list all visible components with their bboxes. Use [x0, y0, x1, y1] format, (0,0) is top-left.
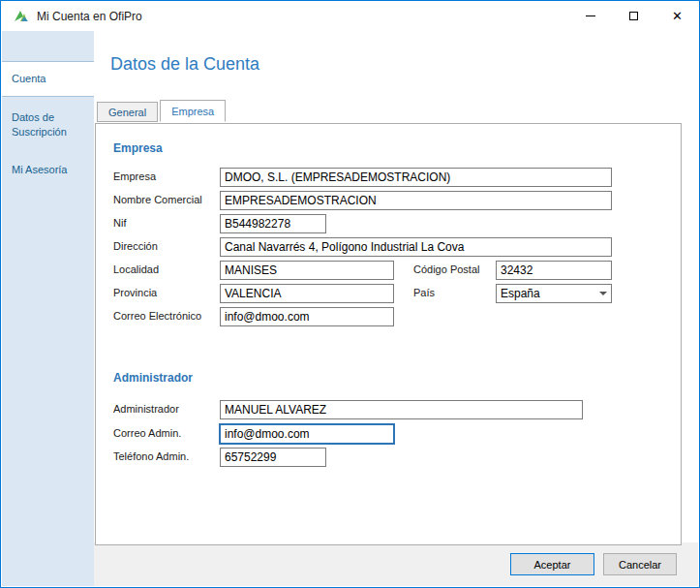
cancel-button[interactable]: Cancelar [603, 553, 677, 575]
sidebar-item-mi-asesoria[interactable]: Mi Asesoría [2, 153, 94, 187]
footer: Aceptar Cancelar [94, 542, 698, 586]
pais-select[interactable]: España [496, 284, 612, 303]
main-area: Datos de la Cuenta General Empresa Empre… [94, 31, 698, 586]
nif-label: Nif [113, 217, 126, 229]
close-button[interactable]: ✕ [655, 1, 699, 31]
sidebar: Cuenta Datos de Suscripción Mi Asesoría [2, 31, 94, 586]
chevron-down-icon [595, 285, 611, 302]
correo-admin-input[interactable] [220, 424, 394, 444]
telefono-admin-input[interactable] [220, 448, 326, 467]
maximize-icon [629, 12, 638, 20]
correo-input[interactable] [220, 307, 394, 326]
accept-button[interactable]: Aceptar [510, 553, 594, 575]
pais-label: País [413, 287, 435, 298]
correo-admin-label: Correo Admin. [113, 427, 181, 439]
tabstrip: General Empresa [97, 102, 226, 122]
localidad-input[interactable] [220, 261, 394, 280]
empresa-label: Empresa [113, 170, 156, 182]
empresa-section-title: Empresa [113, 141, 163, 155]
tab-empresa[interactable]: Empresa [160, 100, 226, 122]
administrador-input[interactable] [220, 400, 583, 419]
administrador-label: Administrador [113, 403, 179, 415]
close-icon: ✕ [672, 10, 683, 22]
maximize-button[interactable] [612, 1, 655, 31]
app-icon [13, 8, 29, 24]
provincia-input[interactable] [220, 284, 394, 303]
sidebar-item-label: Cuenta [12, 73, 46, 84]
tab-general[interactable]: General [97, 102, 158, 122]
window-title: Mi Cuenta en OfiPro [37, 10, 142, 23]
dialog-window: Mi Cuenta en OfiPro ✕ Cuenta Datos de Su… [0, 0, 700, 588]
page-title: Datos de la Cuenta [110, 54, 259, 75]
sidebar-item-datos-suscripcion[interactable]: Datos de Suscripción [2, 101, 94, 149]
correo-label: Correo Electrónico [113, 310, 201, 322]
nif-input[interactable] [220, 214, 326, 233]
titlebar: Mi Cuenta en OfiPro ✕ [1, 1, 699, 31]
sidebar-item-cuenta[interactable]: Cuenta [2, 61, 94, 97]
empresa-tab-panel: Empresa Empresa Nombre Comercial Nif Dir… [95, 123, 682, 545]
empresa-input[interactable] [220, 168, 612, 187]
nombre-comercial-label: Nombre Comercial [113, 194, 202, 205]
sidebar-item-label: Mi Asesoría [12, 164, 67, 175]
direccion-label: Dirección [113, 240, 158, 252]
minimize-icon [586, 15, 595, 16]
codigo-postal-label: Código Postal [413, 263, 480, 275]
pais-selected-value: España [501, 287, 540, 300]
minimize-button[interactable] [568, 1, 612, 31]
direccion-input[interactable] [220, 237, 612, 257]
telefono-admin-label: Teléfono Admin. [113, 450, 189, 462]
provincia-label: Provincia [113, 287, 157, 298]
titlebar-controls: ✕ [568, 1, 699, 31]
nombre-comercial-input[interactable] [220, 191, 612, 210]
codigo-postal-input[interactable] [496, 261, 612, 280]
localidad-label: Localidad [113, 263, 159, 275]
sidebar-item-label: Datos de Suscripción [12, 111, 67, 138]
administrador-section-title: Administrador [113, 371, 193, 385]
